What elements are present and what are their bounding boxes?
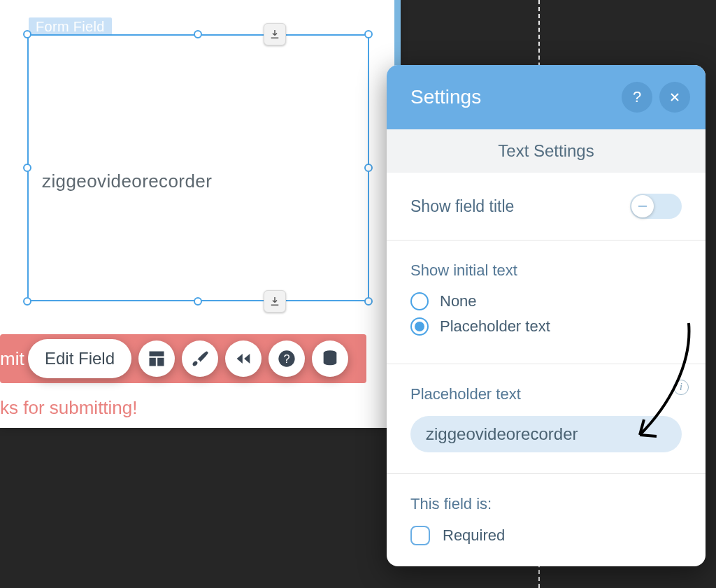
section-required: This field is: Required xyxy=(387,474,706,566)
database-icon xyxy=(320,349,340,368)
radio-placeholder[interactable] xyxy=(410,317,429,336)
required-row[interactable]: Required xyxy=(410,526,682,545)
layout-icon xyxy=(147,349,166,368)
resize-handle-ml[interactable] xyxy=(23,164,31,172)
required-option-label: Required xyxy=(443,526,505,545)
resize-handle-bc[interactable] xyxy=(194,297,202,306)
radio-none-label: None xyxy=(440,292,477,310)
section-initial-text: Show initial text None Placeholder text xyxy=(387,241,706,364)
svg-text:?: ? xyxy=(284,352,290,365)
resize-handle-tc[interactable] xyxy=(194,30,202,38)
thank-you-text: ks for submitting! xyxy=(0,397,138,419)
download-icon xyxy=(268,295,281,308)
placeholder-text-label: Placeholder text xyxy=(410,385,682,403)
radio-none-row[interactable]: None xyxy=(410,292,682,310)
toggle-knob xyxy=(631,195,654,217)
question-icon: ? xyxy=(633,88,641,106)
resize-handle-tl[interactable] xyxy=(23,30,31,38)
info-icon[interactable]: i xyxy=(673,380,689,395)
required-label: This field is: xyxy=(410,495,682,513)
initial-text-label: Show initial text xyxy=(410,261,682,280)
panel-help-button[interactable]: ? xyxy=(622,82,652,113)
edit-field-button[interactable]: Edit Field xyxy=(28,339,131,378)
section-show-field-title: Show field title xyxy=(387,173,706,241)
editor-canvas: Form Field ziggeovideorecorder mit y ks … xyxy=(0,0,401,428)
resize-handle-tr[interactable] xyxy=(364,30,373,38)
download-icon xyxy=(268,28,281,41)
panel-header: Settings ? xyxy=(387,65,706,129)
panel-close-button[interactable] xyxy=(659,82,690,113)
help-icon: ? xyxy=(277,349,296,368)
section-placeholder-text: Placeholder text i xyxy=(387,364,706,474)
resize-handle-bl[interactable] xyxy=(23,297,31,306)
radio-none[interactable] xyxy=(410,292,429,310)
field-toolbar: Edit Field ? xyxy=(28,335,348,382)
panel-subtitle: Text Settings xyxy=(387,129,706,173)
radio-placeholder-row[interactable]: Placeholder text xyxy=(410,317,682,336)
rewind-icon xyxy=(234,349,253,368)
help-button[interactable]: ? xyxy=(268,340,305,377)
form-field-selection[interactable] xyxy=(27,34,369,301)
data-button[interactable] xyxy=(312,340,348,377)
show-field-title-label: Show field title xyxy=(410,197,514,216)
placeholder-text-input[interactable] xyxy=(410,416,682,452)
field-placeholder-preview: ziggeovideorecorder xyxy=(42,171,212,192)
selection-label: Form Field xyxy=(29,17,112,36)
brush-icon xyxy=(190,349,210,368)
resize-handle-br[interactable] xyxy=(364,297,373,306)
anchor-top-button[interactable] xyxy=(264,23,286,45)
close-icon xyxy=(668,90,682,104)
anchor-bottom-button[interactable] xyxy=(264,290,286,313)
settings-panel: Settings ? Text Settings Show field titl… xyxy=(387,65,706,566)
required-checkbox[interactable] xyxy=(410,526,430,545)
panel-title: Settings xyxy=(410,86,481,108)
layout-button[interactable] xyxy=(138,340,175,377)
resize-handle-mr[interactable] xyxy=(364,164,373,172)
design-button[interactable] xyxy=(182,340,218,377)
radio-placeholder-label: Placeholder text xyxy=(440,317,550,336)
rewind-button[interactable] xyxy=(225,340,262,377)
show-field-title-toggle[interactable] xyxy=(630,194,682,219)
